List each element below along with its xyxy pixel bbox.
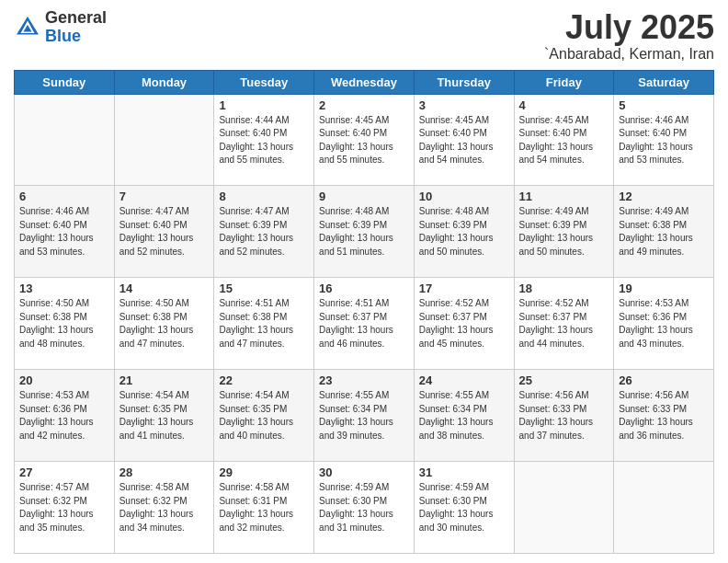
calendar-cell: 19Sunrise: 4:53 AMSunset: 6:36 PMDayligh… — [614, 278, 714, 370]
day-info: Sunrise: 4:49 AMSunset: 6:38 PMDaylight:… — [619, 205, 709, 259]
day-number: 2 — [319, 98, 409, 112]
weekday-header-thursday: Thursday — [414, 70, 514, 94]
day-number: 27 — [19, 465, 109, 479]
day-number: 5 — [619, 98, 709, 112]
day-number: 8 — [219, 190, 309, 203]
day-info: Sunrise: 4:57 AMSunset: 6:32 PMDaylight:… — [19, 481, 109, 534]
day-info: Sunrise: 4:44 AMSunset: 6:40 PMDaylight:… — [219, 114, 309, 167]
calendar-cell: 26Sunrise: 4:56 AMSunset: 6:33 PMDayligh… — [614, 370, 714, 462]
day-number: 14 — [119, 282, 210, 295]
day-number: 23 — [319, 373, 409, 387]
day-number: 3 — [419, 98, 509, 112]
day-info: Sunrise: 4:46 AMSunset: 6:40 PMDaylight:… — [19, 205, 109, 259]
day-info: Sunrise: 4:59 AMSunset: 6:30 PMDaylight:… — [319, 481, 409, 534]
calendar-cell — [15, 94, 115, 186]
calendar-cell: 28Sunrise: 4:58 AMSunset: 6:32 PMDayligh… — [114, 462, 214, 554]
weekday-header-saturday: Saturday — [614, 70, 714, 94]
day-number: 7 — [119, 190, 210, 203]
calendar-cell: 6Sunrise: 4:46 AMSunset: 6:40 PMDaylight… — [15, 186, 115, 278]
calendar-cell: 24Sunrise: 4:55 AMSunset: 6:34 PMDayligh… — [414, 370, 514, 462]
day-number: 20 — [19, 373, 109, 387]
calendar-table: SundayMondayTuesdayWednesdayThursdayFrid… — [14, 70, 714, 554]
day-number: 16 — [319, 282, 409, 295]
day-info: Sunrise: 4:52 AMSunset: 6:37 PMDaylight:… — [519, 297, 609, 350]
day-number: 13 — [19, 282, 109, 295]
day-info: Sunrise: 4:51 AMSunset: 6:37 PMDaylight:… — [319, 297, 409, 350]
day-info: Sunrise: 4:56 AMSunset: 6:33 PMDaylight:… — [519, 389, 609, 442]
week-row-1: 1Sunrise: 4:44 AMSunset: 6:40 PMDaylight… — [15, 94, 714, 186]
day-info: Sunrise: 4:47 AMSunset: 6:39 PMDaylight:… — [219, 205, 309, 259]
calendar-cell: 20Sunrise: 4:53 AMSunset: 6:36 PMDayligh… — [15, 370, 115, 462]
day-number: 11 — [519, 190, 609, 203]
day-info: Sunrise: 4:47 AMSunset: 6:40 PMDaylight:… — [119, 205, 210, 259]
calendar-cell: 14Sunrise: 4:50 AMSunset: 6:38 PMDayligh… — [114, 278, 214, 370]
logo-text: General Blue — [45, 9, 107, 46]
day-info: Sunrise: 4:53 AMSunset: 6:36 PMDaylight:… — [19, 389, 109, 442]
day-info: Sunrise: 4:48 AMSunset: 6:39 PMDaylight:… — [419, 205, 509, 259]
weekday-header-monday: Monday — [114, 70, 214, 94]
day-info: Sunrise: 4:58 AMSunset: 6:32 PMDaylight:… — [119, 481, 210, 534]
weekday-header-tuesday: Tuesday — [214, 70, 314, 94]
day-info: Sunrise: 4:46 AMSunset: 6:40 PMDaylight:… — [619, 114, 709, 167]
week-row-3: 13Sunrise: 4:50 AMSunset: 6:38 PMDayligh… — [15, 278, 714, 370]
calendar-cell: 7Sunrise: 4:47 AMSunset: 6:40 PMDaylight… — [114, 186, 214, 278]
day-info: Sunrise: 4:54 AMSunset: 6:35 PMDaylight:… — [119, 389, 210, 442]
title-block: July 2025 `Anbarabad, Kerman, Iran — [544, 9, 714, 63]
calendar-cell: 23Sunrise: 4:55 AMSunset: 6:34 PMDayligh… — [314, 370, 415, 462]
calendar-cell: 12Sunrise: 4:49 AMSunset: 6:38 PMDayligh… — [614, 186, 714, 278]
day-number: 4 — [519, 98, 609, 112]
logo-icon — [14, 14, 41, 41]
day-number: 6 — [19, 190, 109, 203]
calendar-cell: 9Sunrise: 4:48 AMSunset: 6:39 PMDaylight… — [314, 186, 415, 278]
day-number: 1 — [219, 98, 309, 112]
day-number: 31 — [419, 465, 509, 479]
calendar-cell: 15Sunrise: 4:51 AMSunset: 6:38 PMDayligh… — [214, 278, 314, 370]
day-number: 12 — [619, 190, 709, 203]
weekday-header-friday: Friday — [514, 70, 614, 94]
day-info: Sunrise: 4:56 AMSunset: 6:33 PMDaylight:… — [619, 389, 709, 442]
calendar-cell: 10Sunrise: 4:48 AMSunset: 6:39 PMDayligh… — [414, 186, 514, 278]
day-info: Sunrise: 4:52 AMSunset: 6:37 PMDaylight:… — [419, 297, 509, 350]
location-title: `Anbarabad, Kerman, Iran — [544, 46, 714, 63]
calendar-cell: 25Sunrise: 4:56 AMSunset: 6:33 PMDayligh… — [514, 370, 614, 462]
logo-blue: Blue — [45, 28, 107, 46]
logo: General Blue — [14, 9, 107, 46]
day-info: Sunrise: 4:45 AMSunset: 6:40 PMDaylight:… — [319, 114, 409, 167]
calendar-cell: 30Sunrise: 4:59 AMSunset: 6:30 PMDayligh… — [314, 462, 415, 554]
day-info: Sunrise: 4:45 AMSunset: 6:40 PMDaylight:… — [519, 114, 609, 167]
day-info: Sunrise: 4:54 AMSunset: 6:35 PMDaylight:… — [219, 389, 309, 442]
day-number: 17 — [419, 282, 509, 295]
calendar-cell: 27Sunrise: 4:57 AMSunset: 6:32 PMDayligh… — [15, 462, 115, 554]
day-number: 25 — [519, 373, 609, 387]
day-info: Sunrise: 4:50 AMSunset: 6:38 PMDaylight:… — [119, 297, 210, 350]
weekday-header-sunday: Sunday — [15, 70, 115, 94]
day-info: Sunrise: 4:58 AMSunset: 6:31 PMDaylight:… — [219, 481, 309, 534]
calendar-cell — [614, 462, 714, 554]
day-number: 24 — [419, 373, 509, 387]
week-row-5: 27Sunrise: 4:57 AMSunset: 6:32 PMDayligh… — [15, 462, 714, 554]
day-info: Sunrise: 4:53 AMSunset: 6:36 PMDaylight:… — [619, 297, 709, 350]
calendar-cell: 1Sunrise: 4:44 AMSunset: 6:40 PMDaylight… — [214, 94, 314, 186]
calendar-cell: 17Sunrise: 4:52 AMSunset: 6:37 PMDayligh… — [414, 278, 514, 370]
day-number: 18 — [519, 282, 609, 295]
day-info: Sunrise: 4:45 AMSunset: 6:40 PMDaylight:… — [419, 114, 509, 167]
day-number: 29 — [219, 465, 309, 479]
logo-general: General — [45, 9, 107, 28]
calendar-cell: 16Sunrise: 4:51 AMSunset: 6:37 PMDayligh… — [314, 278, 415, 370]
month-title: July 2025 — [544, 9, 714, 46]
header: General Blue July 2025 `Anbarabad, Kerma… — [14, 9, 714, 63]
day-number: 22 — [219, 373, 309, 387]
calendar-cell: 18Sunrise: 4:52 AMSunset: 6:37 PMDayligh… — [514, 278, 614, 370]
day-number: 21 — [119, 373, 210, 387]
day-number: 19 — [619, 282, 709, 295]
day-number: 15 — [219, 282, 309, 295]
day-number: 28 — [119, 465, 210, 479]
week-row-2: 6Sunrise: 4:46 AMSunset: 6:40 PMDaylight… — [15, 186, 714, 278]
calendar-cell: 3Sunrise: 4:45 AMSunset: 6:40 PMDaylight… — [414, 94, 514, 186]
day-number: 30 — [319, 465, 409, 479]
day-info: Sunrise: 4:55 AMSunset: 6:34 PMDaylight:… — [319, 389, 409, 442]
day-info: Sunrise: 4:48 AMSunset: 6:39 PMDaylight:… — [319, 205, 409, 259]
weekday-header-wednesday: Wednesday — [314, 70, 415, 94]
day-info: Sunrise: 4:49 AMSunset: 6:39 PMDaylight:… — [519, 205, 609, 259]
calendar-cell: 31Sunrise: 4:59 AMSunset: 6:30 PMDayligh… — [414, 462, 514, 554]
